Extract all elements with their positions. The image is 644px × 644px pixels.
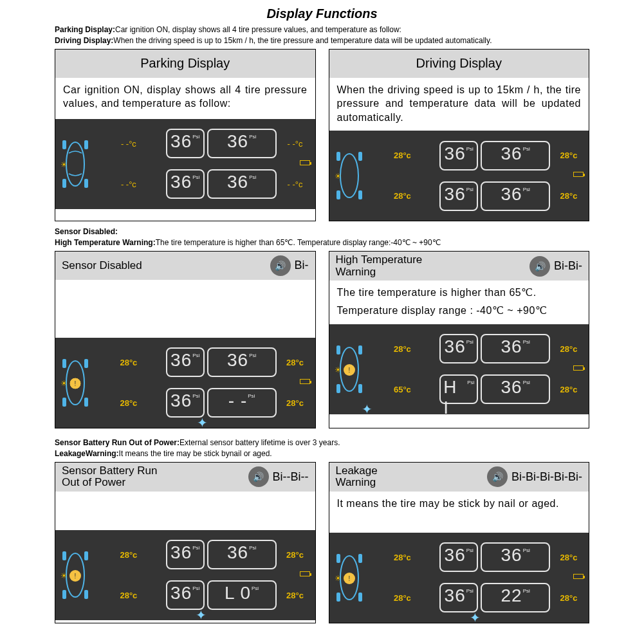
svg-text:!: ! bbox=[348, 575, 350, 582]
lcd-display: 28°c 36Psi ! 36Psi 28°c 28°c 36Psi - -Ps… bbox=[55, 338, 315, 428]
battery-icon bbox=[300, 571, 310, 576]
sun-icon: ☀ bbox=[60, 379, 68, 388]
svg-rect-2 bbox=[84, 140, 88, 149]
svg-point-5 bbox=[340, 154, 358, 198]
sun-icon: ☀ bbox=[335, 172, 342, 181]
speaker-icon: 🔊 bbox=[487, 466, 508, 487]
panel-driving: Driving Display When the driving speed i… bbox=[329, 49, 590, 222]
panel-parking: Parking Display Car ignition ON, display… bbox=[55, 49, 316, 222]
svg-rect-25 bbox=[62, 551, 66, 560]
svg-rect-14 bbox=[84, 398, 88, 407]
page-title: Display Functions bbox=[55, 6, 589, 21]
temp-fr: - -°c bbox=[279, 139, 311, 149]
svg-rect-18 bbox=[336, 345, 340, 354]
temp-rl: - -°c bbox=[94, 179, 163, 189]
lcd-display: 28°c 36Psi ! 36Psi 28°c 65°c H IPsi 36Ps… bbox=[329, 324, 589, 414]
lcd-display: 28°c 36Psi ! 36Psi 28°c 28°c 36Psi 22Psi… bbox=[329, 533, 589, 623]
lcd-display: 28°c 36Psi ! 36Psi 28°c 28°c 36Psi L 0Ps… bbox=[55, 530, 315, 620]
svg-rect-11 bbox=[62, 359, 66, 368]
sun-icon: ☀ bbox=[60, 160, 68, 169]
sound-text: Bi-Bi-Bi-Bi-Bi- bbox=[511, 470, 582, 484]
temp-rr: 28°c bbox=[553, 191, 585, 201]
psi-rr: 36Psi bbox=[207, 169, 277, 199]
panel-sensor-disabled: Sensor Disabled 🔊Bi- 28°c 36Psi ! 36Psi … bbox=[55, 251, 316, 428]
battery-icon bbox=[300, 160, 310, 165]
temp-rr: - -°c bbox=[279, 179, 311, 189]
mid-intro-1: Sensor Disabled: bbox=[55, 226, 589, 237]
speaker-icon: 🔊 bbox=[248, 466, 269, 487]
svg-rect-28 bbox=[84, 590, 88, 599]
bot-intro-1: Sensor Battery Run Out of Power:External… bbox=[55, 437, 589, 448]
intro-1: Parking Display:Car ignition ON, display… bbox=[55, 24, 589, 35]
svg-point-0 bbox=[66, 142, 84, 186]
svg-rect-33 bbox=[358, 554, 362, 563]
svg-rect-32 bbox=[336, 554, 340, 563]
svg-rect-4 bbox=[84, 179, 88, 188]
svg-rect-7 bbox=[358, 152, 362, 161]
battery-icon bbox=[573, 172, 584, 177]
spark-icon: ✦ bbox=[196, 607, 207, 623]
svg-rect-3 bbox=[62, 179, 66, 188]
svg-text:!: ! bbox=[75, 573, 77, 580]
panel-body: It means the tire may be stick by nail o… bbox=[329, 492, 589, 533]
temp-fl: 28°c bbox=[368, 151, 437, 160]
temp-fl: - -°c bbox=[94, 139, 163, 149]
psi-fr: 36Psi bbox=[207, 129, 277, 158]
svg-rect-9 bbox=[358, 190, 362, 199]
speaker-icon: 🔊 bbox=[529, 256, 550, 277]
panel-header: Parking Display bbox=[55, 50, 315, 78]
panel-body bbox=[55, 492, 315, 530]
svg-rect-35 bbox=[358, 593, 362, 602]
sun-icon: ☀ bbox=[335, 365, 342, 374]
panel-header: Driving Display bbox=[329, 50, 589, 78]
intro-2: Driving Display:When the driving speed i… bbox=[55, 35, 589, 46]
panel-header: High Temperature Warning 🔊Bi-Bi- bbox=[329, 252, 589, 281]
sound-text: Bi- bbox=[295, 259, 309, 272]
panel-battery-out: Sensor Battery Run Out of Power 🔊Bi--Bi-… bbox=[55, 462, 316, 623]
svg-rect-19 bbox=[358, 345, 362, 354]
svg-rect-6 bbox=[336, 152, 340, 161]
svg-rect-21 bbox=[358, 384, 362, 393]
spark-icon: ✦ bbox=[470, 610, 481, 625]
panel-body: Car ignition ON, display shows all 4 tir… bbox=[55, 78, 315, 119]
panel-header: Sensor Disabled 🔊Bi- bbox=[55, 252, 315, 280]
svg-rect-8 bbox=[336, 190, 340, 199]
spark-icon: ✦ bbox=[197, 415, 208, 430]
temp-rl: 28°c bbox=[368, 191, 437, 201]
battery-icon bbox=[300, 379, 310, 384]
sun-icon: ☀ bbox=[335, 574, 342, 583]
lcd-display: - -°c 36Psi 36Psi - -°c - -°c 36Psi 36Ps… bbox=[55, 119, 315, 209]
svg-text:!: ! bbox=[348, 367, 350, 374]
svg-rect-34 bbox=[336, 593, 340, 602]
sound-text: Bi--Bi-- bbox=[273, 470, 309, 484]
sound-text: Bi-Bi- bbox=[554, 259, 582, 273]
panel-high-temp: High Temperature Warning 🔊Bi-Bi- The tir… bbox=[329, 251, 590, 428]
svg-text:!: ! bbox=[75, 380, 77, 387]
battery-icon bbox=[573, 365, 584, 371]
panel-header: Sensor Battery Run Out of Power 🔊Bi--Bi-… bbox=[55, 463, 315, 492]
mid-intro-2: High Temperature Warning:The tire temper… bbox=[55, 237, 589, 248]
psi-fl: 36Psi bbox=[166, 129, 205, 158]
sun-icon: ☀ bbox=[60, 571, 68, 580]
svg-rect-1 bbox=[62, 140, 66, 149]
svg-rect-27 bbox=[62, 590, 66, 599]
speaker-icon: 🔊 bbox=[270, 255, 291, 276]
panel-body bbox=[55, 280, 315, 338]
psi-rl: 36Psi bbox=[166, 169, 205, 199]
panel-body: When the driving speed is up to 15km / h… bbox=[329, 78, 589, 131]
svg-rect-12 bbox=[84, 359, 88, 368]
battery-icon bbox=[573, 574, 584, 579]
panel-header: Leakage Warning 🔊Bi-Bi-Bi-Bi-Bi- bbox=[329, 463, 589, 492]
spark-icon: ✦ bbox=[362, 401, 373, 417]
svg-rect-13 bbox=[62, 398, 66, 407]
lcd-display: 28°c 36Psi 36Psi 28°c 28°c 36Psi 36Psi 2… bbox=[329, 131, 589, 221]
svg-rect-20 bbox=[336, 384, 340, 393]
svg-rect-26 bbox=[84, 551, 88, 560]
panel-leakage: Leakage Warning 🔊Bi-Bi-Bi-Bi-Bi- It mean… bbox=[329, 462, 590, 623]
temp-fr: 28°c bbox=[553, 151, 585, 160]
panel-body: The tire temperature is higher than 65℃.… bbox=[329, 281, 589, 324]
bot-intro-2: LeakageWarning:It means the tire may be … bbox=[55, 448, 589, 459]
